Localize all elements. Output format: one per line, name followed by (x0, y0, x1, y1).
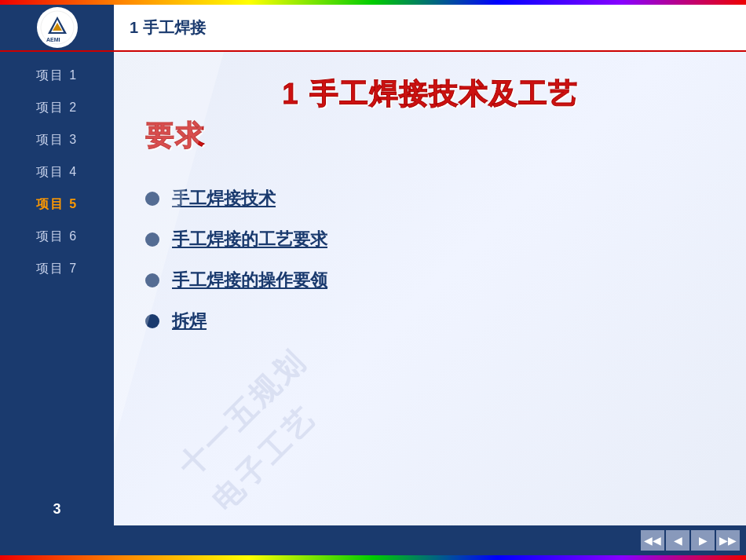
watermark-line2: 电子工艺 (201, 372, 351, 522)
nav-prev-button[interactable]: ◀ (666, 530, 689, 551)
list-item-3: 手工焊接的操作要领 (145, 269, 715, 292)
svg-text:AEMI: AEMI (46, 37, 60, 42)
bottom-nav-bar: ◀◀ ◀ ▶ ▶▶ (0, 525, 746, 555)
list-item-2: 手工焊接的工艺要求 (145, 228, 715, 251)
sidebar-item-4[interactable]: 项目 4 (0, 156, 114, 188)
sidebar: 项目 1 项目 2 项目 3 项目 4 项目 5 项目 6 项目 7 3 (0, 52, 114, 525)
bottom-rainbow-bar (0, 555, 746, 560)
bullet-link-4[interactable]: 拆焊 (172, 309, 207, 333)
main-layout: 项目 1 项目 2 项目 3 项目 4 项目 5 项目 6 项目 7 3 十一五… (0, 52, 746, 525)
nav-next-button[interactable]: ▶ (691, 530, 715, 551)
sidebar-item-7[interactable]: 项目 7 (0, 253, 114, 285)
nav-last-button[interactable]: ▶▶ (716, 530, 740, 551)
sidebar-item-1[interactable]: 项目 1 (0, 60, 114, 92)
main-title: 1 手工焊接技术及工艺 (145, 75, 715, 114)
logo: AEMI (37, 7, 78, 48)
watermark-line1: 十一五规划 (167, 339, 317, 489)
list-item-1: 手工焊接技术 (145, 187, 715, 210)
bullet-dot-3 (145, 273, 159, 287)
bullet-list: 手工焊接技术 手工焊接的工艺要求 手工焊接的操作要领 拆焊 (145, 187, 715, 350)
header: AEMI 1 手工焊接 (0, 5, 746, 52)
page-number: 3 (0, 493, 114, 525)
bullet-dot-2 (145, 232, 159, 247)
content-area: 十一五规划 电子工艺 1 手工焊接技术及工艺 要求 手工焊接技术 手工焊接的工艺… (114, 52, 746, 525)
bullet-dot-4 (145, 314, 159, 328)
nav-first-button[interactable]: ◀◀ (641, 530, 664, 551)
logo-icon: AEMI (40, 10, 75, 45)
sidebar-item-5[interactable]: 项目 5 (0, 188, 114, 221)
logo-area: AEMI (0, 5, 114, 50)
bullet-link-3[interactable]: 手工焊接的操作要领 (172, 269, 327, 292)
sub-title: 要求 (145, 117, 715, 156)
header-title: 1 手工焊接 (114, 17, 206, 38)
sidebar-item-2[interactable]: 项目 2 (0, 92, 114, 124)
sidebar-item-6[interactable]: 项目 6 (0, 221, 114, 253)
list-item-4: 拆焊 (145, 309, 715, 333)
bullet-dot-1 (145, 192, 159, 206)
watermark: 十一五规划 电子工艺 (167, 339, 351, 522)
bullet-link-1[interactable]: 手工焊接技术 (172, 187, 276, 210)
bullet-link-2[interactable]: 手工焊接的工艺要求 (172, 228, 327, 251)
sidebar-item-3[interactable]: 项目 3 (0, 124, 114, 156)
